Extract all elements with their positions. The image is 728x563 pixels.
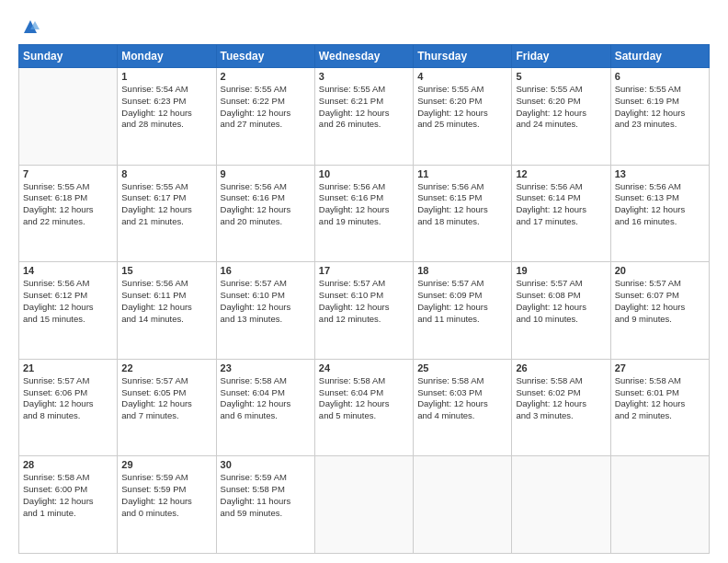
- cell-info: Sunrise: 5:54 AM Sunset: 6:23 PM Dayligh…: [121, 84, 211, 131]
- cell-info: Sunrise: 5:55 AM Sunset: 6:17 PM Dayligh…: [121, 181, 211, 228]
- cell-info: Sunrise: 5:56 AM Sunset: 6:16 PM Dayligh…: [221, 181, 311, 228]
- cell-info: Sunrise: 5:56 AM Sunset: 6:16 PM Dayligh…: [319, 181, 409, 228]
- logo-icon: [20, 17, 40, 37]
- calendar-cell: 26Sunrise: 5:58 AM Sunset: 6:02 PM Dayli…: [512, 359, 610, 456]
- cell-info: Sunrise: 5:56 AM Sunset: 6:14 PM Dayligh…: [516, 181, 606, 228]
- calendar-cell: 7Sunrise: 5:55 AM Sunset: 6:18 PM Daylig…: [19, 165, 118, 262]
- weekday-header-thursday: Thursday: [414, 45, 512, 68]
- week-row-3: 14Sunrise: 5:56 AM Sunset: 6:12 PM Dayli…: [19, 262, 710, 360]
- weekday-header-monday: Monday: [118, 45, 216, 68]
- day-number: 13: [615, 168, 705, 179]
- cell-info: Sunrise: 5:57 AM Sunset: 6:10 PM Dayligh…: [221, 278, 311, 325]
- calendar-cell: 2Sunrise: 5:55 AM Sunset: 6:22 PM Daylig…: [216, 68, 314, 166]
- cell-info: Sunrise: 5:55 AM Sunset: 6:20 PM Dayligh…: [516, 84, 606, 131]
- calendar-cell: 19Sunrise: 5:57 AM Sunset: 6:08 PM Dayli…: [512, 262, 610, 360]
- calendar-cell: 20Sunrise: 5:57 AM Sunset: 6:07 PM Dayli…: [610, 262, 709, 360]
- calendar-cell: 9Sunrise: 5:56 AM Sunset: 6:16 PM Daylig…: [216, 165, 314, 262]
- cell-info: Sunrise: 5:58 AM Sunset: 6:03 PM Dayligh…: [417, 375, 507, 422]
- calendar-cell: 14Sunrise: 5:56 AM Sunset: 6:12 PM Dayli…: [19, 262, 118, 360]
- calendar-cell: 8Sunrise: 5:55 AM Sunset: 6:17 PM Daylig…: [118, 165, 216, 262]
- calendar-cell: 30Sunrise: 5:59 AM Sunset: 5:58 PM Dayli…: [216, 456, 314, 554]
- calendar-cell: [19, 68, 118, 166]
- calendar-cell: 22Sunrise: 5:57 AM Sunset: 6:05 PM Dayli…: [118, 359, 216, 456]
- calendar-cell: 12Sunrise: 5:56 AM Sunset: 6:14 PM Dayli…: [512, 165, 610, 262]
- header: [18, 17, 710, 37]
- calendar-cell: [610, 456, 709, 554]
- day-number: 22: [121, 362, 211, 373]
- day-number: 3: [319, 71, 409, 82]
- day-number: 24: [319, 362, 409, 373]
- calendar-cell: 6Sunrise: 5:55 AM Sunset: 6:19 PM Daylig…: [610, 68, 709, 166]
- cell-info: Sunrise: 5:58 AM Sunset: 6:04 PM Dayligh…: [319, 375, 409, 422]
- day-number: 26: [516, 362, 606, 373]
- calendar-cell: 1Sunrise: 5:54 AM Sunset: 6:23 PM Daylig…: [118, 68, 216, 166]
- day-number: 30: [221, 459, 311, 470]
- calendar-cell: 16Sunrise: 5:57 AM Sunset: 6:10 PM Dayli…: [216, 262, 314, 360]
- day-number: 25: [417, 362, 507, 373]
- week-row-2: 7Sunrise: 5:55 AM Sunset: 6:18 PM Daylig…: [19, 165, 710, 262]
- cell-info: Sunrise: 5:56 AM Sunset: 6:13 PM Dayligh…: [615, 181, 705, 228]
- calendar-cell: 11Sunrise: 5:56 AM Sunset: 6:15 PM Dayli…: [414, 165, 512, 262]
- day-number: 7: [23, 168, 113, 179]
- cell-info: Sunrise: 5:55 AM Sunset: 6:18 PM Dayligh…: [23, 181, 113, 228]
- day-number: 20: [615, 265, 705, 276]
- cell-info: Sunrise: 5:58 AM Sunset: 6:01 PM Dayligh…: [615, 375, 705, 422]
- calendar-cell: 28Sunrise: 5:58 AM Sunset: 6:00 PM Dayli…: [19, 456, 118, 554]
- day-number: 19: [516, 265, 606, 276]
- calendar-cell: 5Sunrise: 5:55 AM Sunset: 6:20 PM Daylig…: [512, 68, 610, 166]
- week-row-1: 1Sunrise: 5:54 AM Sunset: 6:23 PM Daylig…: [19, 68, 710, 166]
- logo: [18, 17, 40, 37]
- calendar-cell: 24Sunrise: 5:58 AM Sunset: 6:04 PM Dayli…: [314, 359, 413, 456]
- weekday-header-tuesday: Tuesday: [216, 45, 314, 68]
- calendar-cell: 27Sunrise: 5:58 AM Sunset: 6:01 PM Dayli…: [610, 359, 709, 456]
- calendar-cell: [512, 456, 610, 554]
- cell-info: Sunrise: 5:59 AM Sunset: 5:58 PM Dayligh…: [221, 472, 311, 519]
- cell-info: Sunrise: 5:55 AM Sunset: 6:19 PM Dayligh…: [615, 84, 705, 131]
- cell-info: Sunrise: 5:57 AM Sunset: 6:06 PM Dayligh…: [23, 375, 113, 422]
- day-number: 10: [319, 168, 409, 179]
- cell-info: Sunrise: 5:58 AM Sunset: 6:02 PM Dayligh…: [516, 375, 606, 422]
- page: SundayMondayTuesdayWednesdayThursdayFrid…: [0, 0, 728, 563]
- cell-info: Sunrise: 5:58 AM Sunset: 6:00 PM Dayligh…: [23, 472, 113, 519]
- calendar-cell: 25Sunrise: 5:58 AM Sunset: 6:03 PM Dayli…: [414, 359, 512, 456]
- day-number: 21: [23, 362, 113, 373]
- calendar-cell: 3Sunrise: 5:55 AM Sunset: 6:21 PM Daylig…: [314, 68, 413, 166]
- day-number: 27: [615, 362, 705, 373]
- cell-info: Sunrise: 5:57 AM Sunset: 6:05 PM Dayligh…: [121, 375, 211, 422]
- cell-info: Sunrise: 5:56 AM Sunset: 6:12 PM Dayligh…: [23, 278, 113, 325]
- week-row-5: 28Sunrise: 5:58 AM Sunset: 6:00 PM Dayli…: [19, 456, 710, 554]
- day-number: 23: [221, 362, 311, 373]
- calendar-cell: 17Sunrise: 5:57 AM Sunset: 6:10 PM Dayli…: [314, 262, 413, 360]
- day-number: 17: [319, 265, 409, 276]
- day-number: 9: [221, 168, 311, 179]
- cell-info: Sunrise: 5:58 AM Sunset: 6:04 PM Dayligh…: [221, 375, 311, 422]
- cell-info: Sunrise: 5:57 AM Sunset: 6:08 PM Dayligh…: [516, 278, 606, 325]
- calendar-cell: 29Sunrise: 5:59 AM Sunset: 5:59 PM Dayli…: [118, 456, 216, 554]
- cell-info: Sunrise: 5:56 AM Sunset: 6:15 PM Dayligh…: [417, 181, 507, 228]
- day-number: 28: [23, 459, 113, 470]
- calendar-cell: 13Sunrise: 5:56 AM Sunset: 6:13 PM Dayli…: [610, 165, 709, 262]
- calendar-cell: 21Sunrise: 5:57 AM Sunset: 6:06 PM Dayli…: [19, 359, 118, 456]
- cell-info: Sunrise: 5:56 AM Sunset: 6:11 PM Dayligh…: [121, 278, 211, 325]
- cell-info: Sunrise: 5:55 AM Sunset: 6:22 PM Dayligh…: [221, 84, 311, 131]
- cell-info: Sunrise: 5:55 AM Sunset: 6:21 PM Dayligh…: [319, 84, 409, 131]
- calendar-cell: 18Sunrise: 5:57 AM Sunset: 6:09 PM Dayli…: [414, 262, 512, 360]
- day-number: 2: [221, 71, 311, 82]
- day-number: 14: [23, 265, 113, 276]
- calendar-cell: [314, 456, 413, 554]
- calendar-cell: [414, 456, 512, 554]
- day-number: 8: [121, 168, 211, 179]
- cell-info: Sunrise: 5:55 AM Sunset: 6:20 PM Dayligh…: [417, 84, 507, 131]
- day-number: 12: [516, 168, 606, 179]
- calendar-cell: 23Sunrise: 5:58 AM Sunset: 6:04 PM Dayli…: [216, 359, 314, 456]
- calendar-cell: 4Sunrise: 5:55 AM Sunset: 6:20 PM Daylig…: [414, 68, 512, 166]
- day-number: 11: [417, 168, 507, 179]
- day-number: 18: [417, 265, 507, 276]
- calendar-cell: 10Sunrise: 5:56 AM Sunset: 6:16 PM Dayli…: [314, 165, 413, 262]
- day-number: 4: [417, 71, 507, 82]
- weekday-header-sunday: Sunday: [19, 45, 118, 68]
- day-number: 16: [221, 265, 311, 276]
- weekday-header-wednesday: Wednesday: [314, 45, 413, 68]
- day-number: 29: [121, 459, 211, 470]
- day-number: 15: [121, 265, 211, 276]
